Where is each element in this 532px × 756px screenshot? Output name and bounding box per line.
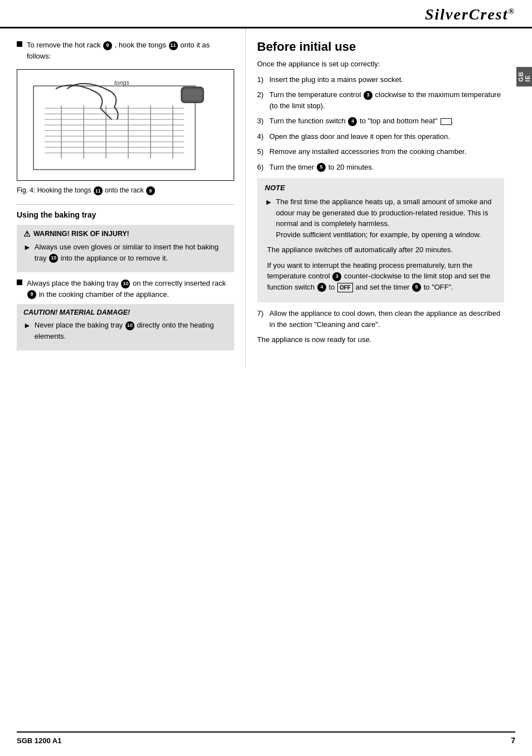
caution-title: CAUTION! MATERIAL DAMAGE! xyxy=(23,309,228,316)
circle-10-b: 10 xyxy=(121,280,130,288)
step-1: 1) Insert the plug into a mains power so… xyxy=(257,74,504,85)
page-number: 7 xyxy=(511,736,515,745)
circle-3-s2: 3 xyxy=(364,91,373,100)
model-number: SGB 1200 A1 xyxy=(17,736,61,745)
bullet-square xyxy=(17,41,22,47)
warning-body: ► Always use oven gloves or similar to i… xyxy=(23,242,228,263)
circle-9-b: 9 xyxy=(27,290,36,299)
step-1-text: Insert the plug into a mains power socke… xyxy=(269,74,403,85)
step-3-text: Turn the function switch 4 to "top and b… xyxy=(269,115,454,127)
note-item-1: ► The first time the appliance heats up,… xyxy=(265,196,496,240)
before-initial-use-heading: Before initial use xyxy=(257,40,504,54)
svg-text:tongs: tongs xyxy=(114,79,129,86)
circle-10-w: 10 xyxy=(49,254,58,263)
step-7-container: 7) Allow the appliance to cool down, the… xyxy=(257,308,504,330)
warning-triangle-icon: ⚠ xyxy=(23,229,31,238)
warning-box: ⚠ WARNING! RISK OF INJURY! ► Always use … xyxy=(17,225,234,272)
language-tab: GBIE xyxy=(516,67,532,86)
step-6: 6) Turn the timer 5 to 20 minutes. xyxy=(257,162,504,173)
header: SilverCrest® xyxy=(0,0,532,28)
caution-box: CAUTION! MATERIAL DAMAGE! ► Never place … xyxy=(17,304,234,350)
warning-item-1: ► Always use oven gloves or similar to i… xyxy=(23,242,228,263)
always-place-item: Always place the baking tray 10 on the c… xyxy=(17,278,234,300)
step-1-num: 1) xyxy=(257,74,269,85)
footer: SGB 1200 A1 7 xyxy=(17,731,515,745)
circle-5-note: 5 xyxy=(412,283,421,292)
left-column: To remove the hot rack 9 , hook the tong… xyxy=(0,28,245,367)
step-3: 3) Turn the function switch 4 to "top an… xyxy=(257,115,504,127)
step-5: 5) Remove any installed accessories from… xyxy=(257,146,504,157)
circle-4-s3: 4 xyxy=(348,117,357,126)
svg-rect-0 xyxy=(33,86,195,170)
step-4-text: Open the glass door and leave it open fo… xyxy=(269,131,450,142)
intro-paragraph: To remove the hot rack 9 , hook the tong… xyxy=(17,40,234,61)
note-text-3: The appliance switches off automatically… xyxy=(267,244,496,292)
fig-caption: Fig. 4: Hooking the tongs 11 onto the ra… xyxy=(17,186,234,195)
circle-4-note: 4 xyxy=(317,283,326,292)
step-2-text: Turn the temperature control 3 clockwise… xyxy=(269,89,504,111)
language-gb: GBIE xyxy=(518,71,531,82)
circle-10-c: 10 xyxy=(125,321,134,330)
caution-item-1: ► Never place the baking tray 10 directl… xyxy=(23,320,228,341)
intro-text: To remove the hot rack 9 , hook the tong… xyxy=(27,40,234,61)
page: SilverCrest® GBIE To remove the hot rack… xyxy=(0,0,532,756)
step-6-num: 6) xyxy=(257,162,269,173)
svg-rect-17 xyxy=(183,89,202,100)
steps-list: 1) Insert the plug into a mains power so… xyxy=(257,74,504,173)
note-arrow-1-icon: ► xyxy=(265,196,273,208)
circle-11: 11 xyxy=(169,41,178,50)
step-5-text: Remove any installed accessories from th… xyxy=(269,146,466,157)
circle-5-s6: 5 xyxy=(317,163,326,172)
step-6-text: Turn the timer 5 to 20 minutes. xyxy=(269,162,374,173)
note-text-4: If you want to interrupt the heating pro… xyxy=(267,260,496,293)
bullet-sq-2 xyxy=(17,280,22,285)
step-2: 2) Turn the temperature control 3 clockw… xyxy=(257,89,504,111)
step-4-num: 4) xyxy=(257,131,269,142)
off-box: OFF xyxy=(337,283,353,292)
logo-reg: ® xyxy=(509,7,515,16)
figure-box: tongs xyxy=(17,69,234,181)
step-7: 7) Allow the appliance to cool down, the… xyxy=(257,308,504,330)
warning-title: ⚠ WARNING! RISK OF INJURY! xyxy=(23,229,228,238)
logo-text: SilverCrest xyxy=(425,6,509,23)
caution-arrow-icon: ► xyxy=(23,320,31,331)
circle-9-cap: 9 xyxy=(146,186,155,195)
final-text: The appliance is now ready for use. xyxy=(257,334,504,345)
main-content: To remove the hot rack 9 , hook the tong… xyxy=(0,28,532,367)
step-7-text: Allow the appliance to cool down, then c… xyxy=(269,308,504,330)
right-intro: Once the appliance is set up correctly: xyxy=(257,59,504,70)
step-2-num: 2) xyxy=(257,89,269,100)
oven-diagram: tongs xyxy=(28,75,223,175)
step-5-num: 5) xyxy=(257,146,269,157)
brand-logo: SilverCrest® xyxy=(425,6,515,23)
step-4: 4) Open the glass door and leave it open… xyxy=(257,131,504,142)
divider xyxy=(17,204,234,205)
circle-11-cap: 11 xyxy=(94,186,103,195)
circle-9: 9 xyxy=(103,41,112,50)
heat-icon xyxy=(441,118,452,125)
circle-3-note: 3 xyxy=(332,272,341,281)
right-column: Before initial use Once the appliance is… xyxy=(245,28,532,367)
baking-tray-heading: Using the baking tray xyxy=(17,210,234,219)
step-7-num: 7) xyxy=(257,308,269,319)
note-box: NOTE ► The first time the appliance heat… xyxy=(257,178,504,302)
step-3-num: 3) xyxy=(257,115,269,127)
note-title: NOTE xyxy=(265,184,496,192)
arrow-icon: ► xyxy=(23,242,31,253)
